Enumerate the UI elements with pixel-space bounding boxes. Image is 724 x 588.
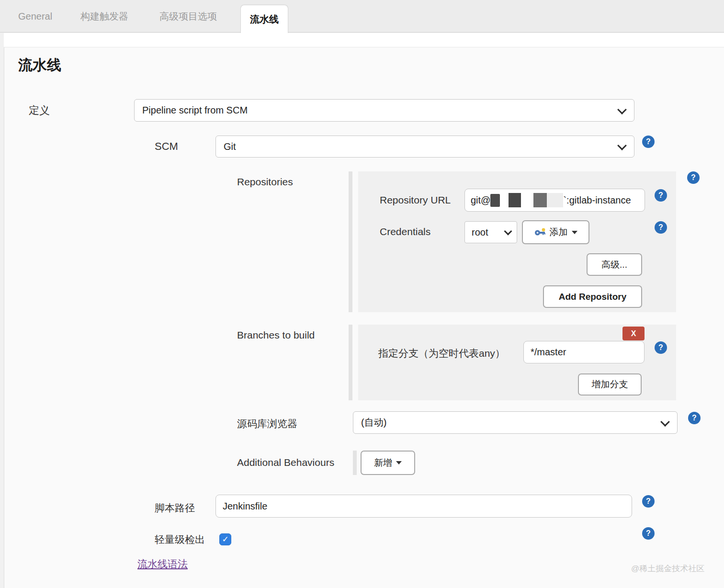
- repository-url-input[interactable]: git@ `:gitlab-instance: [464, 189, 645, 212]
- lightweight-checkout-help-icon[interactable]: ?: [642, 527, 655, 540]
- content-top-strip: [4, 33, 724, 47]
- script-path-help-icon[interactable]: ?: [642, 495, 655, 508]
- repositories-label: Repositories: [237, 176, 293, 188]
- repo-browser-select-value: (自动): [361, 416, 386, 429]
- credentials-select[interactable]: root: [464, 221, 517, 243]
- add-behaviour-button[interactable]: 新增: [361, 451, 415, 475]
- caret-down-icon: [396, 461, 402, 464]
- additional-behaviours-label: Additional Behaviours: [237, 457, 334, 468]
- repository-url-prefix: git@: [471, 195, 490, 206]
- checkmark-icon: ✓: [222, 534, 228, 544]
- add-repository-button[interactable]: Add Repository: [543, 285, 642, 308]
- chevron-down-icon: [617, 141, 627, 150]
- tab-general[interactable]: General: [18, 0, 52, 33]
- chevron-down-icon: [617, 105, 627, 114]
- credentials-help-icon[interactable]: ?: [655, 221, 667, 234]
- lightweight-checkout-label: 轻量级检出: [155, 533, 205, 546]
- scm-select-value: Git: [224, 141, 236, 152]
- redaction-block: [533, 193, 547, 207]
- repositories-help-icon[interactable]: ?: [687, 171, 700, 184]
- add-branch-button[interactable]: 增加分支: [578, 373, 642, 396]
- scm-select[interactable]: Git: [215, 136, 634, 158]
- scm-label: SCM: [155, 140, 178, 153]
- repo-browser-label: 源码库浏览器: [237, 417, 297, 430]
- repository-url-suffix: `:gitlab-instance: [563, 195, 631, 206]
- chevron-down-icon: [660, 417, 670, 427]
- redaction-block: [509, 193, 521, 207]
- tab-pipeline[interactable]: 流水线: [240, 5, 288, 33]
- add-credentials-label: 添加: [550, 226, 568, 238]
- page-title: 流水线: [18, 56, 61, 75]
- repositories-drag-handle: [349, 171, 352, 312]
- definition-select-value: Pipeline script from SCM: [142, 105, 248, 116]
- watermark: @稀土掘金技术社区: [631, 563, 704, 574]
- chevron-down-icon: [504, 227, 512, 236]
- tab-build-triggers[interactable]: 构建触发器: [80, 0, 128, 33]
- repository-url-label: Repository URL: [380, 194, 451, 206]
- repo-browser-select[interactable]: (自动): [353, 411, 678, 434]
- repo-browser-help-icon[interactable]: ?: [688, 412, 701, 424]
- definition-select[interactable]: Pipeline script from SCM: [134, 99, 634, 122]
- pipeline-syntax-link[interactable]: 流水线语法: [137, 557, 188, 571]
- branch-spec-label: 指定分支（为空时代表any）: [378, 347, 505, 360]
- add-behaviour-label: 新增: [374, 457, 392, 469]
- redaction-block: [547, 193, 563, 207]
- lightweight-checkbox[interactable]: ✓: [219, 533, 231, 545]
- caret-down-icon: [572, 231, 577, 234]
- advanced-button[interactable]: 高级...: [587, 253, 642, 276]
- branch-spec-help-icon[interactable]: ?: [655, 341, 667, 354]
- redaction-block: [490, 194, 500, 207]
- credentials-label: Credentials: [380, 226, 430, 237]
- credentials-select-value: root: [472, 227, 488, 238]
- repository-url-help-icon[interactable]: ?: [655, 189, 667, 202]
- delete-branch-button[interactable]: X: [622, 327, 645, 340]
- definition-label: 定义: [29, 103, 50, 118]
- branches-drag-handle: [349, 325, 352, 400]
- tab-advanced-project-options[interactable]: 高级项目选项: [159, 0, 217, 33]
- branches-to-build-label: Branches to build: [237, 329, 315, 341]
- key-icon: [534, 228, 546, 237]
- script-path-input[interactable]: [215, 495, 632, 518]
- add-credentials-button[interactable]: 添加: [522, 220, 589, 244]
- branch-spec-input[interactable]: [523, 341, 645, 363]
- scm-help-icon[interactable]: ?: [642, 136, 655, 148]
- script-path-label: 脚本路径: [155, 501, 195, 515]
- additional-behaviours-drag-handle: [353, 451, 357, 475]
